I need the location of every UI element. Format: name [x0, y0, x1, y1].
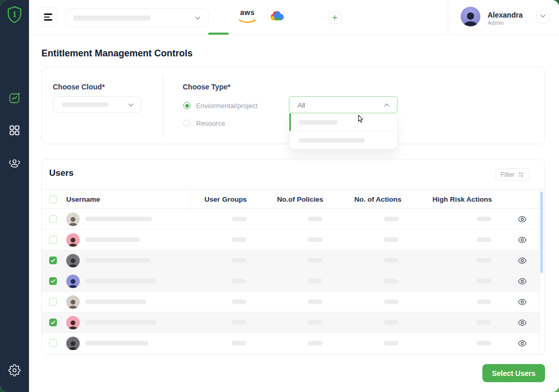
cell-skeleton	[232, 217, 246, 221]
cell-skeleton	[308, 279, 322, 283]
sidebar-footer	[0, 364, 29, 376]
table-row[interactable]	[42, 292, 539, 312]
table-row[interactable]	[42, 250, 539, 271]
table-right-border	[539, 189, 540, 354]
username-skeleton	[85, 279, 156, 283]
username-skeleton	[85, 299, 146, 304]
column-header: Username	[66, 190, 100, 209]
table-row[interactable]	[42, 312, 539, 333]
analytics-icon	[8, 92, 21, 104]
cell-skeleton	[232, 299, 246, 304]
option-skeleton	[299, 138, 365, 143]
tab-aws[interactable]: aws	[238, 9, 257, 25]
dropdown-option[interactable]	[289, 113, 397, 131]
profile-menu-button[interactable]	[536, 10, 550, 24]
table-row[interactable]	[42, 333, 539, 354]
user-avatar	[66, 254, 80, 267]
choose-cloud-label: Choose Cloud*	[53, 83, 105, 91]
scope-dropdown-menu	[289, 113, 398, 149]
filter-button[interactable]: Filter	[495, 168, 529, 181]
user-group-icon	[8, 157, 21, 169]
table-row[interactable]	[42, 209, 539, 230]
cell-skeleton	[477, 299, 491, 304]
user-avatar	[66, 295, 80, 309]
table-row[interactable]	[42, 230, 539, 250]
cell-skeleton	[477, 320, 491, 325]
radio-icon[interactable]	[183, 102, 190, 109]
view-user-button[interactable]	[518, 297, 527, 307]
tab-google-cloud[interactable]	[270, 11, 284, 21]
svg-text:1: 1	[12, 9, 17, 19]
account-select[interactable]	[65, 8, 209, 27]
sidebar-item-apps-grid[interactable]	[0, 124, 29, 137]
cell-skeleton	[384, 237, 399, 242]
add-cloud-button[interactable]	[328, 11, 342, 24]
user-avatar	[66, 233, 80, 247]
cell-skeleton	[308, 217, 322, 221]
header-divider	[448, 0, 448, 35]
cell-skeleton	[384, 279, 399, 283]
cell-skeleton	[232, 320, 246, 325]
hamburger-menu-button[interactable]	[38, 7, 57, 27]
view-user-button[interactable]	[518, 215, 527, 224]
cell-skeleton	[384, 258, 399, 263]
column-header: User Groups	[204, 190, 247, 209]
select-all-checkbox[interactable]	[49, 195, 57, 203]
active-tab-indicator	[208, 33, 229, 35]
radio-icon[interactable]	[183, 119, 190, 127]
filter-label: Filter	[501, 171, 514, 178]
view-user-button[interactable]	[518, 318, 527, 327]
scope-dropdown[interactable]: All	[289, 96, 398, 113]
filter-sliders-icon	[518, 171, 524, 178]
top-header: aws Alexandra Ad	[29, 0, 559, 35]
radio-option[interactable]: Enviormental/project	[183, 100, 258, 111]
users-table-header: UsernameUser GroupsNo.of PoliciesNo. of …	[42, 189, 546, 209]
chevron-down-icon	[127, 101, 135, 111]
view-user-button[interactable]	[518, 235, 527, 245]
shield-logo-icon[interactable]: 1	[6, 6, 23, 25]
cell-skeleton	[308, 299, 322, 304]
settings-icon	[8, 364, 21, 376]
section-divider	[163, 76, 163, 137]
account-select-skeleton	[73, 16, 151, 21]
select-users-button[interactable]: Select Users	[482, 364, 545, 382]
row-checkbox[interactable]	[49, 319, 57, 326]
profile-name: Alexandra	[488, 11, 523, 19]
cell-skeleton	[308, 237, 322, 242]
cell-skeleton	[308, 258, 322, 263]
cell-skeleton	[477, 341, 491, 345]
row-checkbox[interactable]	[49, 257, 57, 264]
username-skeleton	[85, 341, 149, 345]
radio-option[interactable]: Resource	[183, 117, 258, 129]
user-avatar	[66, 275, 80, 288]
chevron-down-icon	[194, 14, 202, 24]
cell-skeleton	[384, 217, 399, 221]
cell-skeleton	[232, 279, 246, 283]
row-checkbox[interactable]	[49, 215, 57, 223]
dropdown-option[interactable]	[289, 131, 397, 149]
sidebar-item-settings[interactable]	[0, 364, 29, 376]
chevron-down-icon	[539, 12, 547, 22]
sidebar-nav	[0, 92, 29, 189]
view-user-button[interactable]	[518, 256, 527, 265]
row-checkbox[interactable]	[49, 277, 57, 285]
view-user-button[interactable]	[518, 277, 527, 286]
sidebar-item-analytics[interactable]	[0, 92, 29, 104]
cell-skeleton	[232, 341, 246, 345]
table-scrollbar[interactable]	[540, 191, 543, 273]
row-checkbox[interactable]	[49, 339, 57, 347]
sidebar-item-user-group[interactable]	[0, 157, 29, 169]
users-table-body	[42, 209, 539, 354]
row-checkbox[interactable]	[49, 236, 57, 244]
profile-avatar[interactable]	[461, 7, 480, 26]
view-user-button[interactable]	[518, 339, 527, 348]
cell-skeleton	[232, 258, 246, 263]
username-skeleton	[85, 217, 152, 221]
main-content: Entitlement Management Controls Choose C…	[29, 35, 559, 392]
table-row[interactable]	[42, 271, 539, 292]
row-checkbox[interactable]	[49, 298, 57, 306]
type-radio-group: Enviormental/projectResource	[183, 100, 258, 135]
profile-role: Admin	[488, 20, 504, 26]
choose-type-label: Choose Type*	[183, 83, 230, 91]
choose-cloud-select[interactable]	[53, 96, 141, 113]
